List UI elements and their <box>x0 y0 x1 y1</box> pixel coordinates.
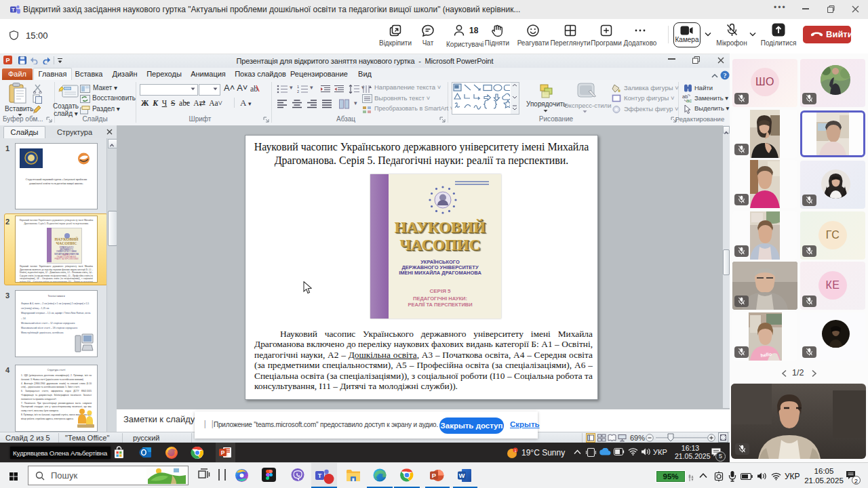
svg-text:1: 1 <box>514 449 516 453</box>
svg-text:ac: ac <box>686 98 692 103</box>
svg-text:2: 2 <box>297 89 299 94</box>
svg-text:?: ? <box>724 72 727 79</box>
svg-text:P: P <box>5 57 9 64</box>
svg-text:P: P <box>432 472 437 479</box>
svg-text:T: T <box>318 472 322 479</box>
svg-text:P: P <box>221 449 225 456</box>
svg-text:1: 1 <box>297 85 299 89</box>
svg-text:W: W <box>459 472 465 479</box>
svg-text:T: T <box>12 7 15 13</box>
